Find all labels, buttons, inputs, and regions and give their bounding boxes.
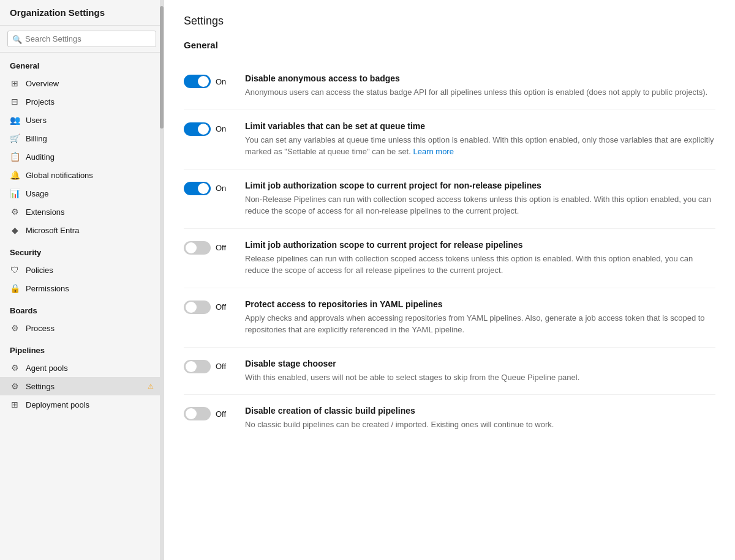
sidebar-item-label: Policies [26,266,154,275]
toggle-disable-anonymous-badges[interactable] [184,75,211,88]
toggle-area-4: Off [184,240,233,255]
toggle-label-5: Off [216,302,229,312]
gear-icon: ⚙ [10,381,20,391]
sidebar-item-permissions[interactable]: 🔒 Permissions [0,279,164,297]
toggle-label-1: On [216,77,229,86]
sidebar-item-label: Process [26,324,154,333]
main-content: Settings General On Disable anonymous ac… [164,0,735,560]
sidebar-item-label: Projects [26,97,154,106]
deployment-icon: ⊞ [10,400,20,409]
setting-info-5: Protect access to repositories in YAML p… [245,299,715,336]
toggle-thumb [186,302,197,313]
sidebar-item-label: Settings [26,382,141,391]
sidebar-nav: General ⊞ Overview ⊟ Projects 👥 Users 🛒 … [0,53,164,560]
search-input[interactable] [7,31,156,47]
setting-title-4: Limit job authorization scope to current… [245,240,715,250]
sidebar-item-microsoft-entra[interactable]: ◆ Microsoft Entra [0,221,164,239]
sidebar-item-label: Permissions [26,284,154,293]
toggle-area-3: On [184,181,233,195]
projects-icon: ⊟ [10,97,20,106]
toggle-limit-job-release[interactable] [184,241,211,255]
billing-icon: 🛒 [10,133,20,143]
sidebar-item-overview[interactable]: ⊞ Overview [0,74,164,92]
toggle-label-7: Off [216,409,229,419]
toggle-limit-variables[interactable] [184,122,211,136]
section-label-general: General [0,53,164,74]
setting-info-3: Limit job authorization scope to current… [245,181,715,217]
sidebar-item-label: Deployment pools [26,400,154,409]
bell-icon: 🔔 [10,170,20,180]
setting-title-7: Disable creation of classic build pipeli… [245,406,715,416]
setting-title-1: Disable anonymous access to badges [245,73,715,83]
sidebar-item-deployment-pools[interactable]: ⊞ Deployment pools [0,395,164,414]
lock-icon: 🔒 [10,283,20,293]
setting-row-limit-job-nonrelease: On Limit job authorization scope to curr… [184,170,715,229]
setting-row-protect-yaml: Off Protect access to repositories in YA… [184,288,715,348]
sidebar-item-usage[interactable]: 📊 Usage [0,184,164,203]
page-title: Settings [184,15,715,28]
process-icon: ⚙ [10,323,20,333]
setting-info-7: Disable creation of classic build pipeli… [245,406,715,431]
sidebar-scrollbar[interactable] [160,0,164,560]
toggle-area-7: Off [184,406,233,420]
setting-desc-7: No classic build pipelines can be create… [245,419,715,431]
sidebar-item-extensions[interactable]: ⚙ Extensions [0,203,164,221]
sidebar-item-label: Billing [26,134,154,143]
sidebar-item-billing[interactable]: 🛒 Billing [0,129,164,147]
learn-more-link[interactable]: Learn more [413,147,453,156]
section-label-pipelines: Pipelines [0,337,164,359]
sidebar-scrollbar-thumb[interactable] [160,6,164,129]
warning-badge-icon: ⚠ [148,383,154,390]
sidebar-item-users[interactable]: 👥 Users [0,111,164,129]
toggle-thumb [198,183,209,194]
sidebar-item-auditing[interactable]: 📋 Auditing [0,147,164,166]
sidebar-item-label: Extensions [26,207,154,217]
sidebar-item-label: Global notifications [26,171,154,180]
entra-icon: ◆ [10,225,20,235]
toggle-label-3: On [216,184,229,193]
toggle-disable-stage-chooser[interactable] [184,360,211,373]
setting-desc-4: Release pipelines can run with collectio… [245,253,715,277]
sidebar-search-area: 🔍 [0,26,164,53]
setting-desc-5: Apply checks and approvals when accessin… [245,312,715,336]
toggle-label-4: Off [216,243,229,252]
sidebar-item-agent-pools[interactable]: ⚙ Agent pools [0,359,164,377]
settings-list: On Disable anonymous access to badges An… [184,62,715,442]
search-icon: 🔍 [12,34,22,43]
toggle-thumb [186,408,197,419]
sidebar-item-label: Agent pools [26,364,154,373]
toggle-protect-yaml[interactable] [184,301,211,314]
sidebar-title: Organization Settings [0,0,164,26]
toggle-label-6: Off [216,362,229,371]
toggle-disable-classic-build[interactable] [184,407,211,420]
sidebar-item-process[interactable]: ⚙ Process [0,319,164,337]
sidebar-item-label: Overview [26,79,154,88]
usage-icon: 📊 [10,189,20,198]
setting-row-disable-anonymous-badges: On Disable anonymous access to badges An… [184,62,715,110]
sidebar-item-label: Auditing [26,152,154,162]
setting-info-4: Limit job authorization scope to current… [245,240,715,277]
sidebar-item-policies[interactable]: 🛡 Policies [0,261,164,279]
toggle-area-6: Off [184,359,233,373]
sidebar-item-label: Microsoft Entra [26,226,154,235]
setting-row-disable-classic-build: Off Disable creation of classic build pi… [184,395,715,442]
setting-row-limit-variables: On Limit variables that can be set at qu… [184,110,715,170]
toggle-thumb [198,76,209,87]
toggle-area-5: Off [184,299,233,314]
setting-title-2: Limit variables that can be set at queue… [245,121,715,131]
sidebar-item-label: Usage [26,189,154,198]
sidebar-item-global-notifications[interactable]: 🔔 Global notifications [0,166,164,184]
setting-info-2: Limit variables that can be set at queue… [245,121,715,158]
setting-title-3: Limit job authorization scope to current… [245,181,715,190]
sidebar-item-settings[interactable]: ⚙ Settings ⚠ [0,377,164,395]
agents-icon: ⚙ [10,363,20,373]
toggle-thumb [186,361,197,372]
sidebar-item-projects[interactable]: ⊟ Projects [0,92,164,111]
shield-icon: 🛡 [10,265,20,275]
setting-desc-6: With this enabled, users will not be abl… [245,371,715,384]
sidebar: Organization Settings 🔍 General ⊞ Overvi… [0,0,164,560]
toggle-thumb [186,242,197,253]
section-title: General [184,40,715,50]
toggle-limit-job-nonrelease[interactable] [184,182,211,195]
setting-row-disable-stage-chooser: Off Disable stage chooser With this enab… [184,348,715,395]
